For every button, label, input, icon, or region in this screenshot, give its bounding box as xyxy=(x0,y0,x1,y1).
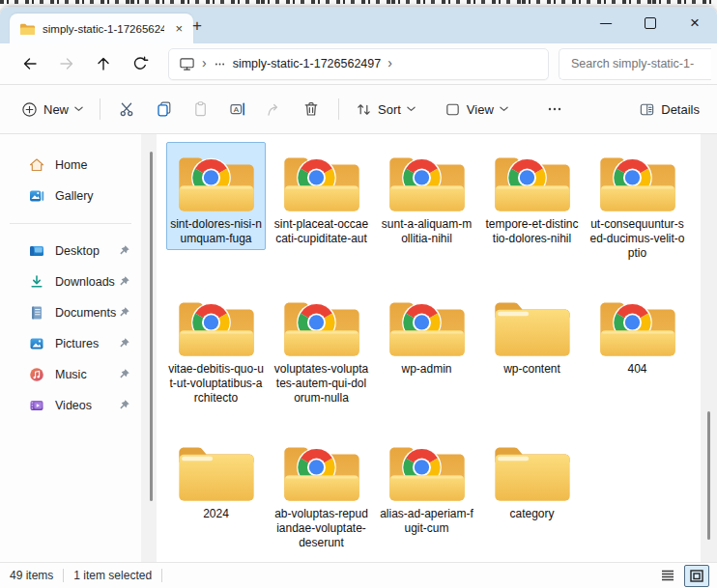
this-pc-icon xyxy=(179,56,195,72)
new-tab-button[interactable]: + xyxy=(186,14,209,38)
folder-item[interactable]: alias-ad-aperiam-fugit-cum xyxy=(377,432,476,540)
explorer-tab[interactable]: simply-static-1-1726562497 × xyxy=(10,14,193,43)
folder-name: wp-admin xyxy=(379,362,474,377)
cut-button[interactable] xyxy=(112,94,143,125)
close-button[interactable]: × xyxy=(673,7,717,40)
sidebar-item-home[interactable]: Home xyxy=(2,150,139,181)
folder-item[interactable]: sint-placeat-occaecati-cupiditate-aut xyxy=(272,142,371,250)
folder-item[interactable]: wp-admin xyxy=(377,287,476,380)
new-button-label: New xyxy=(43,102,69,117)
close-icon: × xyxy=(690,14,700,33)
selection-count: 1 item selected xyxy=(73,569,152,582)
maximize-button[interactable] xyxy=(628,7,673,40)
folder-item[interactable]: wp-content xyxy=(482,287,582,380)
sidebar-divider xyxy=(10,223,131,224)
ellipsis-icon xyxy=(546,100,563,118)
sidebar-item-label: Videos xyxy=(55,399,92,412)
share-button[interactable] xyxy=(259,94,290,125)
rename-button[interactable]: A xyxy=(222,94,253,125)
plain-folder-icon xyxy=(176,439,257,506)
sidebar-item-pictures[interactable]: Pictures xyxy=(2,328,139,359)
chrome-folder-icon xyxy=(597,294,678,361)
up-button[interactable] xyxy=(85,48,122,79)
view-switcher xyxy=(655,565,709,587)
chrome-folder-icon xyxy=(281,150,362,216)
thumbnail-view-icon xyxy=(690,570,703,582)
folder-name: alias-ad-aperiam-fugit-cum xyxy=(379,507,474,536)
tab-close-icon[interactable]: × xyxy=(172,21,186,36)
folder-item[interactable]: vitae-debitis-quo-ut-ut-voluptatibus-arc… xyxy=(166,287,266,409)
folder-name: sint-placeat-occaecati-cupiditate-aut xyxy=(273,217,369,246)
address-bar[interactable]: › simply-static-1-1726562497 › xyxy=(168,48,549,80)
plain-folder-icon xyxy=(492,294,573,361)
sidebar-item-gallery[interactable]: Gallery xyxy=(2,181,139,211)
sidebar-scrollbar-thumb[interactable] xyxy=(150,152,153,501)
folder-name: ab-voluptas-repudiandae-voluptate-deseru… xyxy=(273,507,369,550)
file-list-area[interactable]: sint-dolores-nisi-numquam-fuga sint-plac… xyxy=(157,134,701,562)
refresh-button[interactable] xyxy=(122,48,158,79)
sort-button[interactable]: Sort xyxy=(348,96,423,124)
folder-item[interactable]: ab-voluptas-repudiandae-voluptate-deseru… xyxy=(272,432,371,554)
documents-icon xyxy=(29,305,44,321)
sidebar-item-music[interactable]: Music xyxy=(2,359,139,390)
sidebar-item-videos[interactable]: Videos xyxy=(2,390,139,421)
search-input[interactable] xyxy=(559,48,711,80)
more-options-button[interactable] xyxy=(539,94,570,125)
pictures-icon xyxy=(29,336,44,351)
folder-item[interactable]: voluptates-voluptates-autem-qui-dolorum-… xyxy=(272,287,371,409)
breadcrumb-segment[interactable]: simply-static-1-1726562497 xyxy=(233,57,382,70)
details-view-icon xyxy=(661,570,674,581)
pin-icon xyxy=(118,337,130,350)
circle-plus-icon xyxy=(21,101,38,118)
view-button[interactable]: View xyxy=(437,96,516,124)
breadcrumb-chevron-icon[interactable]: › xyxy=(202,56,207,70)
thumbnail-view-button[interactable] xyxy=(684,565,709,587)
forward-button[interactable] xyxy=(48,48,85,79)
sidebar-item-downloads[interactable]: Downloads xyxy=(2,266,139,297)
desktop-background-sliver xyxy=(0,0,717,7)
sort-button-label: Sort xyxy=(378,102,401,117)
back-button[interactable] xyxy=(12,48,48,79)
content-scrollbar-thumb[interactable] xyxy=(707,411,710,540)
details-pane-button[interactable]: Details xyxy=(635,96,703,124)
sidebar-item-label: Gallery xyxy=(55,189,94,203)
folder-item[interactable]: 404 xyxy=(588,287,687,380)
details-pane-icon xyxy=(639,101,655,118)
paste-button[interactable] xyxy=(186,94,216,125)
folder-item[interactable]: sunt-a-aliquam-mollitia-nihil xyxy=(377,142,476,250)
delete-button[interactable] xyxy=(296,94,327,125)
minimize-button[interactable]: — xyxy=(584,7,628,40)
folder-item[interactable]: category xyxy=(482,432,582,525)
cut-icon xyxy=(119,100,136,118)
sidebar-item-label: Home xyxy=(55,158,87,172)
breadcrumb-chevron-icon[interactable]: › xyxy=(387,56,392,70)
folder-name: sint-dolores-nisi-numquam-fuga xyxy=(168,217,264,246)
folder-item[interactable]: tempore-et-distinctio-dolores-nihil xyxy=(482,142,582,250)
folder-item[interactable]: 2024 xyxy=(166,432,266,525)
navigation-pane: Home Gallery Desktop Downloads xyxy=(0,134,141,562)
svg-text:A: A xyxy=(234,105,240,114)
folder-item[interactable]: ut-consequuntur-sed-ducimus-velit-optio xyxy=(588,142,687,265)
folder-name: vitae-debitis-quo-ut-ut-voluptatibus-arc… xyxy=(168,362,264,406)
sidebar-item-label: Music xyxy=(55,368,87,381)
folder-item[interactable]: sint-dolores-nisi-numquam-fuga xyxy=(166,142,266,250)
sidebar-item-desktop[interactable]: Desktop xyxy=(2,236,139,266)
folder-name: tempore-et-distinctio-dolores-nihil xyxy=(484,217,580,246)
status-divider xyxy=(63,569,64,582)
paste-icon xyxy=(192,100,210,118)
breadcrumb-ellipsis-icon[interactable] xyxy=(214,58,226,70)
sidebar-item-label: Desktop xyxy=(55,244,100,258)
content-scrollbar[interactable] xyxy=(701,134,717,562)
refresh-icon xyxy=(131,55,149,72)
sidebar-scrollbar[interactable] xyxy=(141,134,157,562)
sidebar-item-documents[interactable]: Documents xyxy=(2,297,139,328)
gallery-icon xyxy=(29,188,44,204)
chrome-folder-icon xyxy=(281,294,362,361)
chrome-folder-icon xyxy=(281,439,362,506)
copy-button[interactable] xyxy=(149,94,180,125)
details-view-button[interactable] xyxy=(655,565,680,587)
navigation-bar: › simply-static-1-1726562497 › xyxy=(0,43,717,85)
new-button[interactable]: New xyxy=(14,96,91,124)
folder-name: ut-consequuntur-sed-ducimus-velit-optio xyxy=(589,217,685,261)
pin-icon xyxy=(118,244,130,257)
